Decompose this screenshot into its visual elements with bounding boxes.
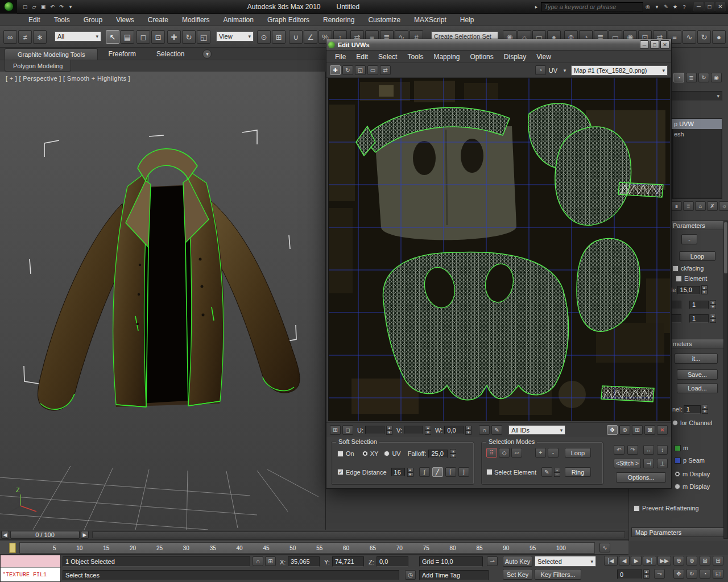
search-input[interactable]: [541, 2, 643, 11]
uv-menu-mapping[interactable]: Mapping: [428, 53, 465, 61]
toolbar-extra-icon-11[interactable]: ●: [712, 30, 726, 44]
save-file-icon[interactable]: ▣: [39, 2, 48, 11]
uv-zoom-icon[interactable]: ⊕: [619, 425, 630, 435]
uv-menu-edit[interactable]: Edit: [351, 53, 373, 61]
uv-mode-caret-icon[interactable]: ▾: [560, 66, 569, 74]
u-spinner[interactable]: ▲▼: [386, 426, 392, 435]
uv-ring-button[interactable]: Ring: [565, 467, 591, 477]
pan-view-icon[interactable]: ✥: [673, 569, 684, 579]
align-vertical-icon[interactable]: ↕: [657, 445, 668, 455]
selection-filter-combo[interactable]: All▾: [55, 31, 101, 41]
planar-angle-field[interactable]: 15,0: [677, 286, 700, 294]
absolute-mode-icon[interactable]: ⊞: [265, 556, 276, 566]
uv-snap-toggle-icon[interactable]: ✕: [657, 425, 668, 435]
uv-menu-view[interactable]: View: [531, 53, 556, 61]
rotate-ccw-90-icon[interactable]: ↶: [614, 445, 624, 455]
ribbon-tab-graphite[interactable]: Graphite Modeling Tools: [5, 48, 98, 60]
toolbar-extra-icon-10[interactable]: ↻: [697, 30, 711, 44]
prevent-reflattening-checkbox[interactable]: [634, 505, 640, 512]
face-mode-icon[interactable]: ▱: [511, 448, 522, 458]
auto-key-button[interactable]: Auto Key: [503, 556, 532, 567]
uv-rotate-icon[interactable]: ↻: [342, 65, 353, 75]
uv-canvas[interactable]: [328, 78, 671, 421]
quick-access-caret-icon[interactable]: ▾: [66, 2, 75, 11]
open-file-icon[interactable]: ▱: [30, 2, 39, 11]
uv-menu-file[interactable]: File: [330, 53, 351, 61]
menu-modifiers[interactable]: Modifiers: [175, 16, 217, 24]
uv-options-button[interactable]: Options...: [616, 472, 666, 483]
menu-graph-editors[interactable]: Graph Editors: [260, 16, 316, 24]
show-end-result-icon[interactable]: ≡: [683, 201, 694, 211]
ribbon-subtab-polygon-modeling[interactable]: Polygon Modeling: [5, 60, 71, 72]
edit-uvws-window[interactable]: Edit UVWs ─ □ ✕ File Edit Select Tools M…: [326, 39, 672, 489]
go-to-end-icon[interactable]: ▶▶: [657, 556, 671, 566]
angle-snap-icon[interactable]: ∠: [304, 30, 317, 44]
menu-rendering[interactable]: Rendering: [316, 16, 361, 24]
time-slider-left-arrow[interactable]: ◀: [1, 531, 9, 539]
add-time-tag-clock-icon[interactable]: ◷: [405, 570, 416, 580]
edge-mode-icon[interactable]: ◇: [499, 448, 510, 458]
rectangular-selection-region-icon[interactable]: ◻: [136, 30, 150, 44]
grow-selection-button[interactable]: +: [535, 448, 546, 458]
xy-radio[interactable]: [362, 451, 368, 456]
edge-distance-spinner[interactable]: ▲▼: [407, 468, 413, 477]
v-coordinate-field[interactable]: [404, 426, 423, 434]
paint-size-spinner[interactable]: +−: [554, 468, 560, 477]
current-frame-spinner[interactable]: ▲▼: [643, 569, 650, 579]
window-maximize-icon[interactable]: □: [704, 2, 715, 11]
select-object-icon[interactable]: ↖: [106, 30, 119, 44]
track-bar-ruler[interactable]: 5 10 15 20 25 30 35 40 45 50 55 60 65 70…: [19, 542, 595, 554]
uv-menu-display[interactable]: Display: [499, 53, 531, 61]
bind-to-space-warp-icon[interactable]: ∗: [33, 30, 47, 44]
menu-help[interactable]: Help: [453, 16, 481, 24]
paint-select-icon[interactable]: ✎: [541, 467, 552, 477]
select-and-manipulate-icon[interactable]: ⊞: [272, 30, 286, 44]
z-coordinate-field[interactable]: 0,0: [377, 556, 408, 567]
open-mini-curve-editor-icon[interactable]: ∿: [599, 543, 610, 552]
select-by-name-icon[interactable]: ▤: [121, 30, 134, 44]
falloff-field[interactable]: 25,0: [428, 450, 448, 458]
go-to-start-icon[interactable]: |◀: [604, 556, 618, 566]
zoom-all-icon[interactable]: ⊚: [686, 556, 697, 566]
select-and-move-icon[interactable]: ✚: [167, 30, 181, 44]
soft-selection-on-checkbox[interactable]: [337, 451, 344, 457]
parameters-rollout[interactable]: Parameters: [669, 221, 725, 230]
falloff-curve-slow-icon[interactable]: ⌈: [445, 467, 456, 477]
modifier-list-combo[interactable]: ▾: [671, 91, 722, 101]
modify-panel-tab-icon[interactable]: ◔: [673, 73, 684, 82]
align-horizontal-icon[interactable]: ↔: [643, 445, 654, 455]
uv-maximize-icon[interactable]: □: [650, 40, 659, 49]
add-time-tag-field[interactable]: Add Time Tag: [419, 570, 489, 580]
falloff-curve-smooth-icon[interactable]: ∫: [419, 467, 430, 477]
falloff-curve-linear-icon[interactable]: ╱: [432, 467, 443, 477]
map-channel-field[interactable]: 1: [684, 405, 701, 414]
uv-pan-icon[interactable]: ✥: [607, 425, 618, 435]
menu-customize[interactable]: Customize: [361, 16, 407, 24]
menu-create[interactable]: Create: [141, 16, 175, 24]
uv-menu-select[interactable]: Select: [373, 53, 402, 61]
selection-lock-icon[interactable]: ∩: [253, 556, 263, 566]
zoom-region-icon[interactable]: ⊞: [713, 556, 723, 566]
w-spinner[interactable]: ▲▼: [465, 426, 471, 435]
search-options-caret-icon[interactable]: ▾: [652, 2, 661, 11]
planar-angle-spinner[interactable]: ▲▼: [701, 285, 708, 294]
load-uvws-button[interactable]: Load...: [677, 383, 718, 393]
x-coordinate-field[interactable]: 35,065: [288, 556, 320, 567]
uv-scale-icon[interactable]: ◱: [355, 65, 366, 75]
orbit-view-icon[interactable]: ↻: [686, 569, 697, 579]
track-bar-marker[interactable]: [9, 543, 16, 553]
listener-macro-line[interactable]: [1, 555, 60, 568]
select-and-rotate-icon[interactable]: ↻: [182, 30, 196, 44]
toolbar-extra-icon-9[interactable]: ∿: [682, 30, 696, 44]
communication-icon[interactable]: ✎: [661, 2, 671, 11]
thick-seam-display-radio[interactable]: [675, 484, 680, 489]
uv-menu-options[interactable]: Options: [465, 53, 498, 61]
uv-loop-button[interactable]: Loop: [565, 448, 591, 458]
modifier-stack-item-editable-mesh[interactable]: esh: [672, 129, 722, 139]
play-animation-icon[interactable]: ▶: [631, 556, 642, 566]
v-spinner[interactable]: ▲▼: [425, 426, 431, 435]
uv-mirror-icon[interactable]: ⇄: [380, 65, 391, 75]
material-id-combo[interactable]: All IDs▾: [508, 425, 565, 435]
menu-tools[interactable]: Tools: [47, 16, 77, 24]
spin-field-b-spinner[interactable]: ▲▼: [710, 314, 716, 323]
